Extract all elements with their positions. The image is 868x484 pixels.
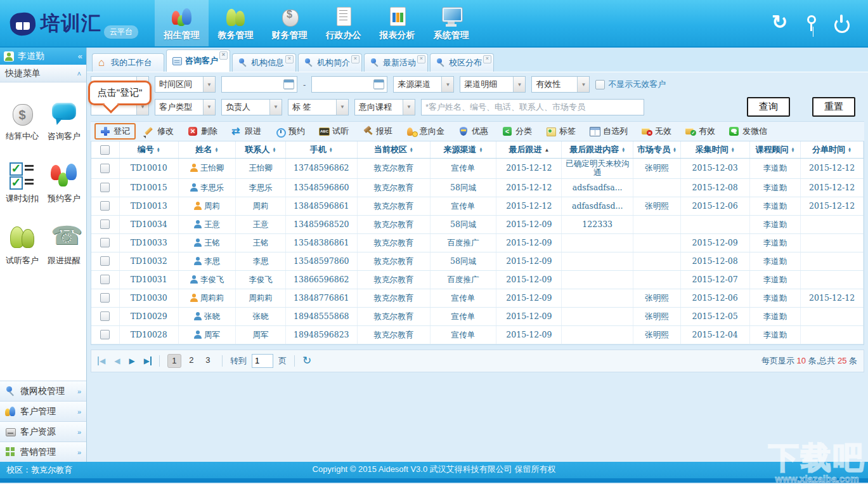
tab-consult-customers[interactable]: 咨询客户× <box>166 49 230 72</box>
row-checkbox[interactable] <box>100 330 110 339</box>
column-header[interactable]: 最后跟进内容▲▼ <box>562 141 633 159</box>
table-row[interactable]: TD10030周莉莉周莉莉13848776861敦克尔教育宣传单2015-12-… <box>91 289 864 307</box>
column-header[interactable]: 手机▲▼ <box>285 141 357 159</box>
page-number-1[interactable]: 1 <box>167 354 181 368</box>
tab-latest-activity[interactable]: 最新活动× <box>364 53 428 72</box>
chevron-down-icon[interactable]: » <box>77 388 81 395</box>
column-header[interactable]: 联系人▲▼ <box>236 141 286 159</box>
column-header[interactable]: 来源渠道▲▼ <box>430 141 496 159</box>
page-number-3[interactable]: 3 <box>202 354 214 367</box>
goto-page-input[interactable] <box>252 354 273 368</box>
register-button[interactable]: 登记 <box>94 123 136 140</box>
sidebar-item-marketing[interactable]: 营销管理» <box>0 441 86 462</box>
sort-both-icon[interactable]: ▲▼ <box>848 147 852 152</box>
nav-item-admin-office[interactable]: 行政办公 <box>316 0 370 46</box>
customer-search-input[interactable] <box>421 99 644 115</box>
sort-asc-icon[interactable]: ▲ <box>544 147 549 153</box>
tab-campus-distribution[interactable]: 校区分布× <box>430 53 494 72</box>
column-header[interactable]: 市场专员▲▼ <box>633 141 681 159</box>
quick-item-consult-customers[interactable]: 咨询客户 <box>44 99 84 142</box>
table-row[interactable]: TD10033王铭王铭13548386861敦克尔教育百度推广2015-12-0… <box>91 233 864 252</box>
close-icon[interactable]: × <box>285 55 294 63</box>
row-checkbox[interactable] <box>100 311 110 321</box>
filter-select-tag[interactable]: 标 签 ▼ <box>288 99 349 115</box>
customer-name-cell[interactable]: 周莉 <box>178 197 236 215</box>
custom-columns-button[interactable]: 自选列 <box>584 124 633 138</box>
nav-item-finance[interactable]: 财务管理 <box>262 0 316 46</box>
quick-item-follow-reminder[interactable]: 跟进提醒 <box>44 223 84 266</box>
power-icon[interactable] <box>832 15 850 32</box>
close-icon[interactable]: × <box>219 51 228 60</box>
column-header[interactable]: 采集时间▲▼ <box>680 141 749 159</box>
sort-both-icon[interactable]: ▲▼ <box>273 147 276 152</box>
column-header[interactable]: 当前校区▲▼ <box>357 141 430 159</box>
sort-both-icon[interactable]: ▲▼ <box>731 147 735 152</box>
sort-both-icon[interactable]: ▲▼ <box>791 147 794 152</box>
collapse-up-icon[interactable]: ˄ <box>77 70 81 77</box>
sort-both-icon[interactable]: ▲▼ <box>479 147 483 152</box>
date-to-input[interactable] <box>311 76 387 93</box>
nav-item-academic[interactable]: 教务管理 <box>209 0 262 46</box>
calendar-icon[interactable] <box>283 79 294 89</box>
customer-name-cell[interactable]: 李思乐 <box>178 178 236 197</box>
quick-item-trial-customers[interactable]: 试听客户 <box>2 223 42 266</box>
table-row[interactable]: TD10034王意王意13485968520敦克尔教育58同城2015-12-0… <box>91 215 864 233</box>
close-icon[interactable]: × <box>417 55 425 63</box>
last-page-icon[interactable]: ▶ <box>142 356 152 365</box>
hide-invalid-customers-checkbox[interactable]: 不显示无效客户 <box>595 79 666 90</box>
table-row[interactable]: TD10032李思李思13548597860敦克尔教育58同城2015-12-0… <box>91 252 864 270</box>
column-header[interactable]: 分单时间▲▼ <box>801 141 864 159</box>
sidebar-item-micro-school[interactable]: 微网校管理» <box>0 381 86 401</box>
category-button[interactable]: 分类 <box>496 124 538 138</box>
row-checkbox[interactable] <box>100 183 110 192</box>
customer-name-cell[interactable]: 王怡卿 <box>178 159 236 179</box>
filter-select-customer-type[interactable]: 客户类型 ▼ <box>155 99 216 115</box>
customer-name-cell[interactable]: 周军 <box>178 325 236 344</box>
send-wechat-button[interactable]: 发微信 <box>723 124 773 138</box>
next-page-icon[interactable]: ▶ <box>127 356 136 365</box>
delete-button[interactable]: 删除 <box>182 124 223 138</box>
customer-name-cell[interactable]: 李思 <box>178 252 236 270</box>
chevron-down-icon[interactable]: » <box>77 408 81 415</box>
modify-button[interactable]: 修改 <box>138 124 179 138</box>
chevron-down-icon[interactable]: » <box>77 448 81 456</box>
audition-button[interactable]: 试听 <box>313 124 354 138</box>
tab-workbench[interactable]: 我的工作台 <box>92 53 164 72</box>
row-checkbox[interactable] <box>100 275 110 284</box>
filter-select-validity[interactable]: 有效性 ▼ <box>531 76 590 93</box>
first-page-icon[interactable]: ◀ <box>98 356 107 365</box>
row-checkbox[interactable] <box>100 201 110 211</box>
page-number-2[interactable]: 2 <box>185 354 198 367</box>
sidebar-user-bar[interactable]: 李道勤 « <box>0 48 86 65</box>
calendar-icon[interactable] <box>373 79 384 89</box>
row-checkbox[interactable] <box>100 293 110 303</box>
quick-menu-header[interactable]: 快捷菜单 ˄ <box>0 65 86 82</box>
refresh-icon[interactable] <box>772 15 789 32</box>
refresh-list-icon[interactable]: ↻ <box>302 354 311 367</box>
row-checkbox[interactable] <box>100 219 110 229</box>
column-header[interactable]: 姓名▲▼ <box>178 141 236 159</box>
tab-org-info[interactable]: 机构信息× <box>232 53 296 72</box>
filter-select-owner[interactable]: 负责人 ▼ <box>221 99 282 115</box>
customer-name-cell[interactable]: 张晓 <box>178 307 236 325</box>
customer-name-cell[interactable]: 李俊飞 <box>178 270 236 289</box>
quick-item-reserved-customers[interactable]: 预约客户 <box>44 161 84 204</box>
query-button[interactable]: 查询 <box>747 97 790 117</box>
deposit-button[interactable]: 意向金 <box>401 124 450 138</box>
select-all-checkbox[interactable] <box>100 145 110 155</box>
sort-both-icon[interactable]: ▲▼ <box>214 147 218 152</box>
prev-page-icon[interactable]: ◀ <box>112 356 122 365</box>
reserve-button[interactable]: 预约 <box>269 124 311 138</box>
filter-select-source[interactable]: 来源渠道 ▼ <box>393 76 454 93</box>
tag-button[interactable]: 标签 <box>540 124 581 138</box>
close-icon[interactable]: × <box>351 55 360 63</box>
table-row[interactable]: TD10029张晓张晓18948555868敦克尔教育宣传单2015-12-09… <box>91 307 864 325</box>
invalid-button[interactable]: 无效 <box>636 124 677 138</box>
sort-both-icon[interactable]: ▲▼ <box>673 147 677 152</box>
sort-both-icon[interactable]: ▲▼ <box>621 147 625 152</box>
customer-name-cell[interactable]: 王铭 <box>178 233 236 252</box>
table-row[interactable]: TD10010王怡卿王怡卿13748596862敦克尔教育宣传单2015-12-… <box>91 159 864 179</box>
table-row[interactable]: TD10015李思乐李思乐13548596860敦克尔教育58同城2015-12… <box>91 178 864 197</box>
reset-button[interactable]: 重置 <box>812 97 855 117</box>
checkbox-icon[interactable] <box>595 80 605 89</box>
